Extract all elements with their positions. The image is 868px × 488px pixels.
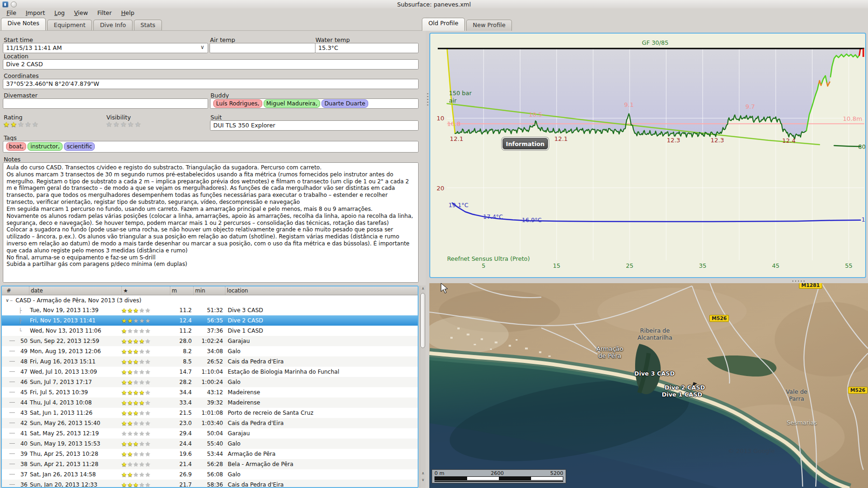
svg-text:10.5: 10.5 xyxy=(529,111,542,118)
dive-row[interactable]: 37Sat, Jan 26, 2013 14:58★★★★★26.956:08G… xyxy=(2,469,418,480)
dive-duration: 37:36 xyxy=(193,328,225,334)
dive-row[interactable]: └Wed, Nov 13, 2013 11:06★★★★★11.237:36Di… xyxy=(2,326,418,336)
column-header-0[interactable]: # xyxy=(2,286,29,295)
dive-depth: 11.2 xyxy=(170,307,193,314)
menu-view[interactable]: View xyxy=(70,8,93,18)
vertical-splitter[interactable] xyxy=(426,17,429,488)
mouse-cursor xyxy=(441,283,449,295)
dive-location: Galo xyxy=(225,379,418,385)
dive-row[interactable]: ├Fri, Nov 15, 2013 11:41★★★★★12.456:35Di… xyxy=(2,315,418,326)
tab-new-profile[interactable]: New Profile xyxy=(466,20,512,31)
road-badge: M526 xyxy=(848,387,868,394)
dive-row[interactable]: 41Sat, May 25, 2013 12:19★★★★★29.450:04G… xyxy=(2,428,418,439)
svg-text:12.4: 12.4 xyxy=(782,137,796,144)
dive-row[interactable]: 43Sat, Jun 1, 2013 11:26★★★★★21.51:01:08… xyxy=(2,408,418,418)
menu-filter[interactable]: Filter xyxy=(92,8,116,18)
tab-separator xyxy=(0,30,422,31)
dive-list-header: #date★mminlocation xyxy=(2,286,418,295)
svg-text:10.8m: 10.8m xyxy=(843,115,862,122)
start-time-combo[interactable]: 11/15/13 11:41 AM ∨ xyxy=(3,43,208,53)
scale-mid: 2600 xyxy=(491,470,504,476)
menu-log[interactable]: Log xyxy=(49,8,69,18)
dive-depth: 23.0 xyxy=(170,420,193,426)
notes-textarea[interactable]: Aula do curso CASD. Transectos c/video e… xyxy=(3,162,419,283)
tag-pill: scientific xyxy=(64,142,95,151)
dive-location: Cais da Pedra d'Eira xyxy=(225,358,418,365)
svg-text:12.3: 12.3 xyxy=(711,137,724,144)
profile-tab-bar: Old ProfileNew Profile xyxy=(422,18,513,31)
dive-date: Sun, Apr 21, 2013 11:28 xyxy=(29,461,121,467)
tab-old-profile[interactable]: Old Profile xyxy=(422,18,465,31)
buddy-field[interactable]: Luís Rodrigues,Miguel Madureira,Duarte D… xyxy=(210,98,419,109)
dive-row[interactable]: 50Sun, Sep 22, 2013 12:59★★★★★28.01:02:2… xyxy=(2,336,418,346)
column-header-5[interactable]: location xyxy=(225,286,418,295)
dive-date: Fri, Aug 16, 2013 15:11 xyxy=(29,358,121,365)
water-temp-label: Water temp xyxy=(315,36,350,43)
dive-location: Galo xyxy=(225,471,418,478)
dive-row[interactable]: 45Fri, Jul 5, 2013 10:39★★★★★34.443:12Ma… xyxy=(2,387,418,397)
dive-list-scrollbar[interactable]: ∧ ∧ ∨ xyxy=(420,286,426,488)
dive-row[interactable]: 44Thu, Jul 4, 2013 10:08★★★★★33.439:32Ma… xyxy=(2,397,418,408)
dive-number: 40 xyxy=(15,440,29,447)
tags-field[interactable]: boat,instructor,scientific xyxy=(3,141,419,153)
tab-stats[interactable]: Stats xyxy=(134,20,162,31)
tab-dive-notes[interactable]: Dive Notes xyxy=(1,18,46,31)
tree-branch: └ xyxy=(2,328,22,334)
dive-row[interactable]: 46Sun, Jul 7, 2013 17:17★★★★★28.21:00:24… xyxy=(2,377,418,387)
water-temp-field[interactable]: 15.3°C xyxy=(315,43,419,53)
visibility-stars[interactable]: ★★★★★ xyxy=(106,120,142,129)
expander-icon[interactable]: ∨ xyxy=(6,298,9,303)
suit-field[interactable]: DUI TLS 350 Explorer xyxy=(210,120,419,131)
information-button[interactable]: Information xyxy=(503,138,548,149)
horizontal-splitter-grip[interactable] xyxy=(792,280,805,282)
column-header-4[interactable]: min xyxy=(193,286,225,295)
dive-duration: 1:00:24 xyxy=(193,379,225,385)
vertical-splitter-grip[interactable] xyxy=(427,93,428,105)
dive-date: Mon, Aug 19, 2013 12:06 xyxy=(29,348,121,355)
dive-location: Garajau xyxy=(225,338,418,344)
menu-import[interactable]: Import xyxy=(21,8,50,18)
dive-date: Sat, May 25, 2013 12:19 xyxy=(29,430,121,437)
map-panel[interactable]: Armação de PêraRibeira de AlcantarilhaVa… xyxy=(429,283,868,488)
dive-row[interactable]: 42Sun, May 26, 2013 15:40★★★★★23.01:03:4… xyxy=(2,418,418,428)
dive-row[interactable]: 49Mon, Aug 19, 2013 12:06★★★★★8.234:08Ga… xyxy=(2,346,418,356)
dive-number: 50 xyxy=(15,338,29,344)
location-field[interactable]: Dive 2 CASD xyxy=(3,59,419,70)
dive-rating: ★★★★★ xyxy=(121,430,170,437)
column-header-2[interactable]: ★ xyxy=(121,286,170,295)
menu-help[interactable]: Help xyxy=(116,8,139,18)
dive-row[interactable]: 48Fri, Aug 16, 2013 15:11★★★★★8.526:52Ca… xyxy=(2,356,418,367)
dive-number: 48 xyxy=(15,358,29,365)
dive-rating: ★★★★★ xyxy=(121,410,170,417)
dive-row[interactable]: 47Wed, Jul 10, 2013 13:09★★★★★14.71:10:0… xyxy=(2,367,418,377)
rating-stars[interactable]: ★★★★★ xyxy=(3,120,39,129)
dive-depth: 24.4 xyxy=(170,440,193,447)
dive-row[interactable]: 36Sun, Jan 20, 2013 12:33★★★★★21.758:36C… xyxy=(2,480,418,488)
dive-rating: ★★★★★ xyxy=(121,328,170,335)
trip-label: CASD - Armação de Pêra, Nov 2013 (3 dive… xyxy=(15,297,141,304)
dive-row[interactable]: ├Tue, Nov 19, 2013 11:39★★★★★11.251:32Di… xyxy=(2,305,418,315)
dive-location: Cais da Pedra d'Eira xyxy=(225,420,418,426)
dive-number: 43 xyxy=(15,410,29,416)
menu-file[interactable]: File xyxy=(2,8,21,18)
divemaster-field[interactable] xyxy=(3,98,208,109)
tab-equipment[interactable]: Equipment xyxy=(47,20,92,31)
column-header-1[interactable]: date xyxy=(29,286,121,295)
dive-row[interactable]: 39Thu, Apr 25, 2013 10:28★★★★★19.653:44A… xyxy=(2,449,418,459)
dive-row[interactable]: 38Sun, Apr 21, 2013 11:28★★★★★21.456:28B… xyxy=(2,459,418,469)
coordinates-field[interactable]: 37°05'23.460"N 8°20'47.879"W xyxy=(3,79,419,89)
tab-dive-info[interactable]: Dive Info xyxy=(93,20,133,31)
suit-label: Suit xyxy=(210,114,222,121)
trip-row[interactable]: ∨ – CASD - Armação de Pêra, Nov 2013 (3 … xyxy=(2,295,418,305)
air-temp-field[interactable] xyxy=(210,43,315,53)
svg-text:12.3: 12.3 xyxy=(667,137,680,144)
dive-location: Madeirense xyxy=(225,389,418,396)
dive-duration: 26:52 xyxy=(193,358,225,365)
dive-location: Galo xyxy=(225,348,418,355)
dive-rating: ★★★★★ xyxy=(121,481,170,488)
scrollbar-thumb[interactable] xyxy=(420,293,425,348)
svg-text:5: 5 xyxy=(482,262,485,269)
dive-date: Sun, Jul 7, 2013 17:17 xyxy=(29,379,121,385)
column-header-3[interactable]: m xyxy=(170,286,193,295)
dive-row[interactable]: 40Sun, May 19, 2013 15:53★★★★★24.455:40G… xyxy=(2,439,418,449)
